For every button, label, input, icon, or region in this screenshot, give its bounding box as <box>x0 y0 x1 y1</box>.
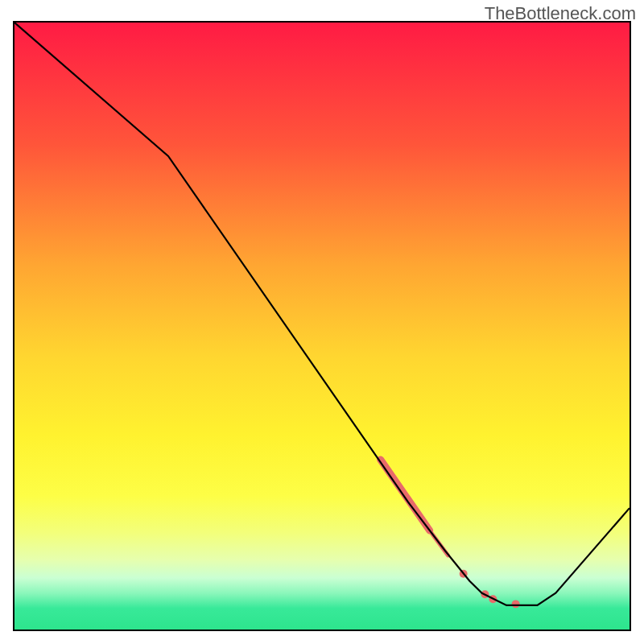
chart-container: TheBottleneck.com <box>0 0 644 644</box>
bottleneck-curve <box>14 23 630 605</box>
plot-frame <box>13 21 631 631</box>
watermark: TheBottleneck.com <box>485 3 636 24</box>
marker-dot-4 <box>512 600 520 608</box>
chart-svg <box>14 23 630 630</box>
